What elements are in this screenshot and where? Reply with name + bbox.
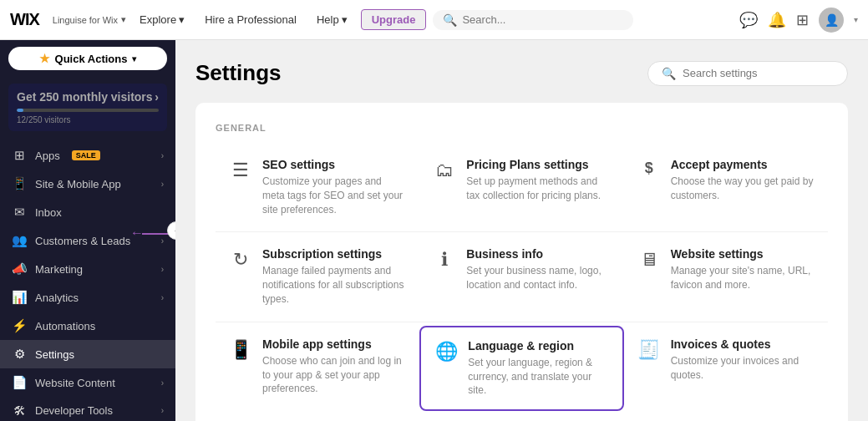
apps-sidebar-icon: ⊞ xyxy=(12,148,27,163)
pricing-icon: 🗂 xyxy=(433,160,456,181)
global-search-bar[interactable]: 🔍 xyxy=(433,10,633,30)
developer-tools-icon: 🛠 xyxy=(12,403,27,418)
quick-actions-label: Quick Actions xyxy=(55,53,128,65)
promo-subtitle: 12/250 visitors xyxy=(17,115,159,124)
mobile-app-title: Mobile app settings xyxy=(262,337,406,351)
sidebar: ★ Quick Actions ▾ Get 250 monthly visito… xyxy=(0,40,175,421)
setting-card-language[interactable]: 🌐 Language & region Set your language, r… xyxy=(419,326,623,411)
content-header: Settings 🔍 xyxy=(195,60,848,86)
sidebar-item-apps[interactable]: ⊞ Apps SALE › xyxy=(0,141,175,170)
setting-card-payments[interactable]: $ Accept payments Choose the way you get… xyxy=(624,146,828,228)
setting-card-website[interactable]: 🖥 Website settings Manage your site's na… xyxy=(624,236,828,317)
language-desc: Set your language, region & currency, an… xyxy=(468,356,608,398)
avatar-chevron: ▾ xyxy=(854,15,858,24)
invoices-desc: Customize your invoices and quotes. xyxy=(671,354,815,383)
invoices-title: Invoices & quotes xyxy=(671,337,815,351)
setting-card-subscription[interactable]: ↻ Subscription settings Manage failed pa… xyxy=(216,236,419,317)
upgrade-button[interactable]: Upgrade xyxy=(361,9,427,30)
business-icon: ℹ xyxy=(433,249,456,271)
progress-fill xyxy=(17,109,23,112)
quick-actions-chevron: ▾ xyxy=(132,54,136,63)
settings-content: Settings 🔍 GENERAL ☰ SEO settings Custom… xyxy=(175,40,868,421)
sidebar-item-automations[interactable]: ⚡ Automations xyxy=(0,312,175,340)
settings-search-input[interactable] xyxy=(683,67,834,79)
bell-icon[interactable]: 🔔 xyxy=(768,11,786,29)
sidebar-item-settings[interactable]: ⚙ Settings xyxy=(0,340,175,368)
promo-chevron: › xyxy=(155,90,159,104)
sidebar-item-developer-tools[interactable]: 🛠 Developer Tools › xyxy=(0,397,175,421)
developer-tools-label: Developer Tools xyxy=(35,404,113,417)
nav-explore[interactable]: Explore ▾ xyxy=(133,10,191,29)
analytics-label: Analytics xyxy=(35,292,79,304)
search-icon: 🔍 xyxy=(443,13,457,27)
page-title: Settings xyxy=(195,60,282,86)
sidebar-top: ★ Quick Actions ▾ xyxy=(0,40,175,77)
promo-banner[interactable]: Get 250 monthly visitors › 12/250 visito… xyxy=(8,84,167,131)
settings-icon: ⚙ xyxy=(12,347,27,362)
site-mobile-label: Site & Mobile App xyxy=(35,178,121,190)
subscription-title: Subscription settings xyxy=(262,247,406,261)
analytics-icon: 📊 xyxy=(12,290,27,305)
site-chevron: ▾ xyxy=(121,14,126,25)
subscription-icon: ↻ xyxy=(229,249,252,271)
nav-hire[interactable]: Hire a Professional xyxy=(198,10,303,29)
automations-icon: ⚡ xyxy=(12,318,27,333)
nav-help[interactable]: Help ▾ xyxy=(310,10,354,29)
wix-logo: WIX xyxy=(10,10,39,29)
seo-desc: Customize your pages and meta tags for S… xyxy=(262,175,406,216)
subscription-desc: Manage failed payments and notifications… xyxy=(262,264,406,306)
setting-card-mobile-app[interactable]: 📱 Mobile app settings Choose who can joi… xyxy=(216,326,419,411)
setting-card-pricing[interactable]: 🗂 Pricing Plans settings Set up payment … xyxy=(419,146,623,228)
star-icon: ★ xyxy=(39,52,50,65)
sidebar-item-marketing[interactable]: 📣 Marketing › xyxy=(0,255,175,283)
inbox-label: Inbox xyxy=(35,206,62,219)
settings-grid: ☰ SEO settings Customize your pages and … xyxy=(216,146,828,411)
seo-title: SEO settings xyxy=(262,158,406,171)
customers-label: Customers & Leads xyxy=(35,235,130,247)
sidebar-item-analytics[interactable]: 📊 Analytics › xyxy=(0,283,175,312)
developer-tools-chevron: › xyxy=(161,406,164,415)
language-icon: 🌐 xyxy=(434,341,458,363)
setting-card-invoices[interactable]: 🧾 Invoices & quotes Customize your invoi… xyxy=(624,326,828,411)
sidebar-item-site-mobile[interactable]: 📱 Site & Mobile App › xyxy=(0,170,175,198)
settings-search-bar[interactable]: 🔍 xyxy=(647,61,848,86)
site-name[interactable]: Linguise for Wix ▾ xyxy=(53,14,126,25)
payments-desc: Choose the way you get paid by customers… xyxy=(671,175,815,203)
website-content-chevron: › xyxy=(161,378,164,388)
business-desc: Set your business name, logo, location a… xyxy=(466,264,610,292)
website-icon: 🖥 xyxy=(637,249,661,271)
customers-chevron: › xyxy=(161,236,164,246)
sidebar-section: ⊞ Apps SALE › 📱 Site & Mobile App › ✉ In… xyxy=(0,138,175,421)
pricing-desc: Set up payment methods and tax collectio… xyxy=(466,175,610,203)
chat-icon[interactable]: 💬 xyxy=(739,11,758,29)
invoices-icon: 🧾 xyxy=(637,339,661,361)
global-search-input[interactable] xyxy=(462,13,623,26)
website-content-icon: 📄 xyxy=(12,375,27,390)
site-mobile-chevron: › xyxy=(161,180,164,189)
sidebar-item-inbox[interactable]: ✉ Inbox xyxy=(0,198,175,226)
setting-card-seo[interactable]: ☰ SEO settings Customize your pages and … xyxy=(216,146,419,228)
setting-card-business[interactable]: ℹ Business info Set your business name, … xyxy=(419,236,623,317)
avatar[interactable]: 👤 xyxy=(819,8,844,33)
apps-label: Apps xyxy=(35,150,60,162)
apps-icon[interactable]: ⊞ xyxy=(796,11,809,29)
website-title: Website settings xyxy=(671,247,815,261)
sale-badge: SALE xyxy=(72,150,100,160)
analytics-chevron: › xyxy=(161,293,164,302)
customers-icon: 👥 xyxy=(12,233,27,248)
settings-panel: GENERAL ☰ SEO settings Customize your pa… xyxy=(195,103,848,421)
quick-actions-button[interactable]: ★ Quick Actions ▾ xyxy=(8,47,167,70)
apps-chevron: › xyxy=(161,151,164,160)
section-label: GENERAL xyxy=(216,123,828,133)
settings-search-icon: 🔍 xyxy=(662,67,676,80)
marketing-label: Marketing xyxy=(35,263,83,276)
payments-icon: $ xyxy=(637,160,661,177)
inbox-icon: ✉ xyxy=(12,205,27,220)
sidebar-item-customers[interactable]: 👥 Customers & Leads › xyxy=(0,226,175,255)
nav-icons: 💬 🔔 ⊞ 👤 ▾ xyxy=(739,8,858,33)
top-nav: WIX Linguise for Wix ▾ Explore ▾ Hire a … xyxy=(0,0,868,40)
site-mobile-icon: 📱 xyxy=(12,176,27,191)
sidebar-item-website-content[interactable]: 📄 Website Content › xyxy=(0,368,175,397)
marketing-icon: 📣 xyxy=(12,261,27,276)
promo-title: Get 250 monthly visitors › xyxy=(17,90,159,104)
